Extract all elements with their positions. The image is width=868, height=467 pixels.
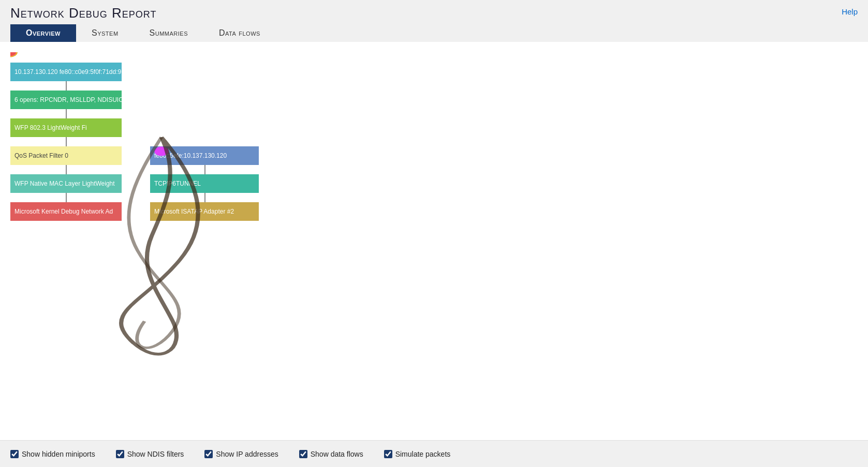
connector-3: [66, 137, 67, 146]
connector-1: [66, 81, 67, 91]
packet-animation-overlay: [10, 52, 858, 430]
checkbox-show-ip[interactable]: Show IP addresses: [204, 450, 278, 458]
block-lb6[interactable]: Microsoft Kernel Debug Network Ad: [10, 202, 122, 221]
svg-point-5: [157, 137, 169, 145]
app-title: Network Debug Report: [10, 5, 858, 21]
svg-point-2: [10, 52, 18, 57]
svg-point-3: [10, 52, 18, 57]
block-lb5[interactable]: WFP Native MAC Layer LightWeight: [10, 174, 122, 193]
checkbox-show-data-flows-label: Show data flows: [311, 450, 363, 458]
checkbox-show-ndis[interactable]: Show NDIS filters: [116, 450, 184, 458]
checkbox-simulate-packets-input[interactable]: [384, 450, 392, 458]
checkbox-show-ip-label: Show IP addresses: [216, 450, 278, 458]
block-lb2[interactable]: 6 opens: RPCNDR, MSLLDP, NDISUIO: [10, 91, 122, 109]
header: Network Debug Report Overview System Sum…: [0, 0, 868, 42]
block-rb1[interactable]: fe80::5efe:10.137.130.120: [150, 146, 259, 165]
tab-system[interactable]: System: [76, 24, 134, 42]
checkbox-show-ndis-input[interactable]: [116, 450, 124, 458]
connector-r1: [204, 165, 205, 174]
checkbox-show-hidden[interactable]: Show hidden miniports: [10, 450, 95, 458]
tab-dataflows[interactable]: Data flows: [203, 24, 276, 42]
nav-tabs: Overview System Summaries Data flows: [10, 24, 858, 42]
main-content: 10.137.130.120 fe80::c0e9:5f0f:71dd:9 6 …: [0, 42, 868, 440]
checkbox-show-ip-input[interactable]: [204, 450, 213, 458]
checkbox-show-hidden-label: Show hidden miniports: [22, 450, 95, 458]
svg-point-4: [10, 52, 18, 57]
connector-5: [66, 193, 67, 202]
svg-point-9: [10, 52, 16, 56]
checkbox-simulate-packets-label: Simulate packets: [395, 450, 451, 458]
block-lb4[interactable]: QoS Packet Filter 0: [10, 146, 122, 165]
connector-2: [66, 109, 67, 118]
svg-point-6: [10, 52, 16, 56]
checkbox-show-data-flows-input[interactable]: [299, 450, 307, 458]
block-rb2[interactable]: TCPIP6TUNNEL: [150, 174, 259, 193]
block-lb3[interactable]: WFP 802.3 LightWeight Fi: [10, 118, 122, 137]
tab-summaries[interactable]: Summaries: [134, 24, 203, 42]
checkbox-show-ndis-label: Show NDIS filters: [127, 450, 184, 458]
svg-point-7: [10, 52, 16, 56]
block-rb3[interactable]: Microsoft ISATAP Adapter #2: [150, 202, 259, 221]
checkbox-simulate-packets[interactable]: Simulate packets: [384, 450, 451, 458]
checkbox-show-data-flows[interactable]: Show data flows: [299, 450, 363, 458]
svg-point-1: [10, 52, 18, 57]
connector-r2: [204, 193, 205, 202]
connector-4: [66, 165, 67, 174]
help-link[interactable]: Help: [842, 7, 858, 16]
svg-point-8: [10, 52, 16, 56]
diagram-area: 10.137.130.120 fe80::c0e9:5f0f:71dd:9 6 …: [10, 52, 858, 430]
block-lb1[interactable]: 10.137.130.120 fe80::c0e9:5f0f:71dd:9: [10, 63, 122, 81]
footer: Show hidden miniports Show NDIS filters …: [0, 440, 868, 467]
checkbox-show-hidden-input[interactable]: [10, 450, 19, 458]
tab-overview[interactable]: Overview: [10, 24, 76, 42]
